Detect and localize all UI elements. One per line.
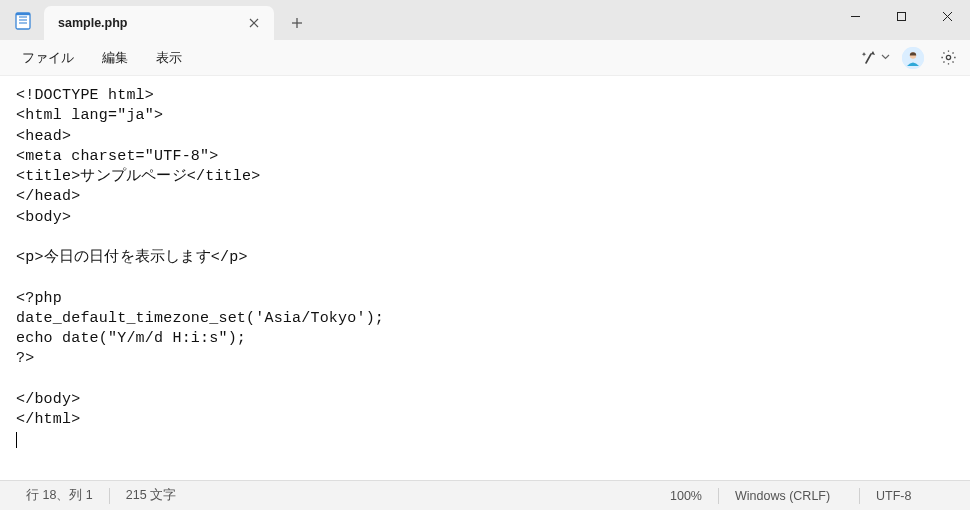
svg-point-15	[946, 55, 950, 59]
menu-edit[interactable]: 編集	[88, 44, 142, 72]
svg-rect-0	[16, 13, 30, 29]
maximize-button[interactable]	[878, 0, 924, 32]
status-line-ending[interactable]: Windows (CRLF)	[719, 489, 859, 503]
titlebar: sample.php	[0, 0, 970, 40]
menubar: ファイル 編集 表示	[0, 40, 970, 76]
app-notepad-icon	[14, 12, 32, 30]
user-avatar[interactable]	[902, 47, 924, 69]
close-window-button[interactable]	[924, 0, 970, 32]
settings-gear-icon[interactable]	[934, 44, 962, 72]
status-zoom[interactable]: 100%	[654, 489, 718, 503]
menu-view[interactable]: 表示	[142, 44, 196, 72]
copilot-icon[interactable]	[855, 44, 883, 72]
svg-rect-10	[897, 12, 905, 20]
chevron-down-icon[interactable]	[881, 52, 890, 63]
statusbar: 行 18、列 1 215 文字 100% Windows (CRLF) UTF-…	[0, 480, 970, 510]
editor-content: <!DOCTYPE html> <html lang="ja"> <head> …	[16, 87, 384, 428]
text-editor-area[interactable]: <!DOCTYPE html> <html lang="ja"> <head> …	[0, 76, 970, 480]
close-tab-icon[interactable]	[244, 13, 264, 33]
status-cursor-position[interactable]: 行 18、列 1	[10, 487, 109, 504]
menu-file[interactable]: ファイル	[8, 44, 88, 72]
status-char-count[interactable]: 215 文字	[110, 487, 192, 504]
tab-title: sample.php	[58, 16, 244, 30]
new-tab-button[interactable]	[280, 6, 314, 40]
svg-rect-4	[16, 13, 30, 15]
window-controls	[832, 0, 970, 32]
tab-sample-php[interactable]: sample.php	[44, 6, 274, 40]
status-encoding[interactable]: UTF-8	[860, 489, 960, 503]
minimize-button[interactable]	[832, 0, 878, 32]
text-caret	[16, 432, 17, 448]
